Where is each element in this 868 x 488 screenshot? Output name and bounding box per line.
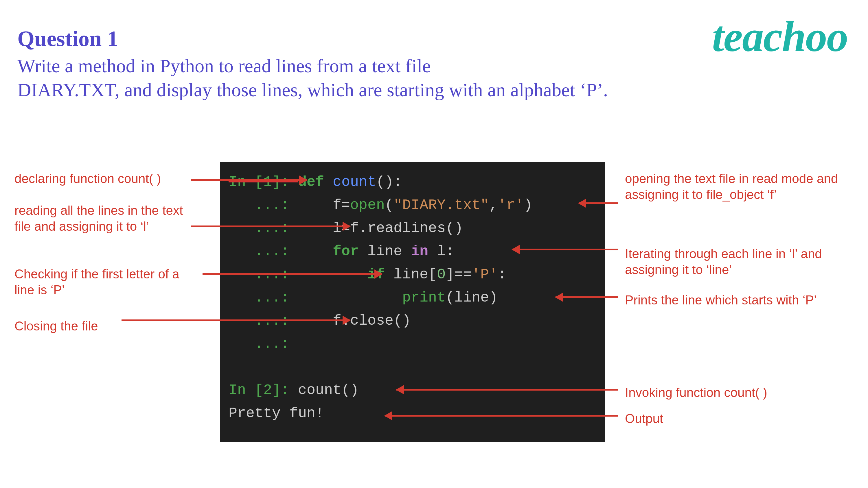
l5c: : xyxy=(498,266,506,283)
arrow-check-first xyxy=(203,273,382,275)
arrow-declare-fn xyxy=(191,179,307,181)
kw-for: for xyxy=(298,243,368,260)
ann-print-line: Prints the line which starts with ‘P’ xyxy=(625,292,857,308)
fn-name: count xyxy=(333,174,376,190)
arrow-output xyxy=(385,415,618,417)
l3: l=f.readlines() xyxy=(298,220,463,236)
cont-prompt: ...: xyxy=(228,289,298,306)
cont-prompt: ...: xyxy=(228,197,298,214)
ann-output: Output xyxy=(625,411,712,426)
print-fn: print xyxy=(402,289,445,306)
l2c: , xyxy=(489,197,498,214)
ann-open-file: opening the text file in read mode and a… xyxy=(625,170,842,202)
question-line2: DIARY.TXT, and display those lines, whic… xyxy=(18,79,608,100)
num-zero: 0 xyxy=(437,266,445,283)
l2b: ( xyxy=(385,197,394,214)
cont-prompt: ...: xyxy=(228,220,298,236)
str-r: 'r' xyxy=(498,197,524,214)
question-title: Question 1 xyxy=(18,26,850,51)
paren-colon: (): xyxy=(376,174,402,190)
arrow-close-file xyxy=(122,320,350,321)
cont-prompt: ...: xyxy=(228,243,298,260)
ann-iterate: Iterating through each line in ‘l’ and a… xyxy=(625,246,850,278)
str-p: 'P' xyxy=(472,266,498,283)
l5a: line[ xyxy=(394,266,437,283)
prompt-in-2: In [2]: xyxy=(228,382,298,398)
question-body: Write a method in Python to read lines f… xyxy=(18,54,850,102)
l5b: ]== xyxy=(445,266,472,283)
question-line1: Write a method in Python to read lines f… xyxy=(18,55,431,76)
question-header: Question 1 Write a method in Python to r… xyxy=(18,26,850,102)
ann-check-first: Checking if the first letter of a line i… xyxy=(14,266,199,298)
arrow-readlines xyxy=(191,226,350,227)
arrow-invoke xyxy=(396,389,618,391)
l2d: ) xyxy=(524,197,532,214)
code-editor: In [1]: def count(): ...: f=open("DIARY.… xyxy=(220,162,605,442)
output: Pretty fun! xyxy=(228,405,324,422)
var-line: line xyxy=(368,243,411,260)
ann-invoke: Invoking function count( ) xyxy=(625,385,828,400)
arrow-open-file xyxy=(579,202,618,204)
kw-in: in xyxy=(411,243,437,260)
prompt-in-1: In [1]: xyxy=(228,174,298,190)
open-fn: open xyxy=(350,197,385,214)
arrow-print-line xyxy=(556,296,618,298)
l2a: f= xyxy=(298,197,350,214)
ann-readlines: reading all the lines in the text file a… xyxy=(14,202,199,234)
ann-declare-fn: declaring function count( ) xyxy=(14,170,199,187)
l6a xyxy=(298,289,402,306)
arrow-iterate xyxy=(512,249,618,250)
cont-prompt: ...: xyxy=(228,336,298,352)
l4-rest: l: xyxy=(437,243,454,260)
l6b: (line) xyxy=(445,289,498,306)
l9: count() xyxy=(298,382,359,398)
str-diary: "DIARY.txt" xyxy=(394,197,489,214)
